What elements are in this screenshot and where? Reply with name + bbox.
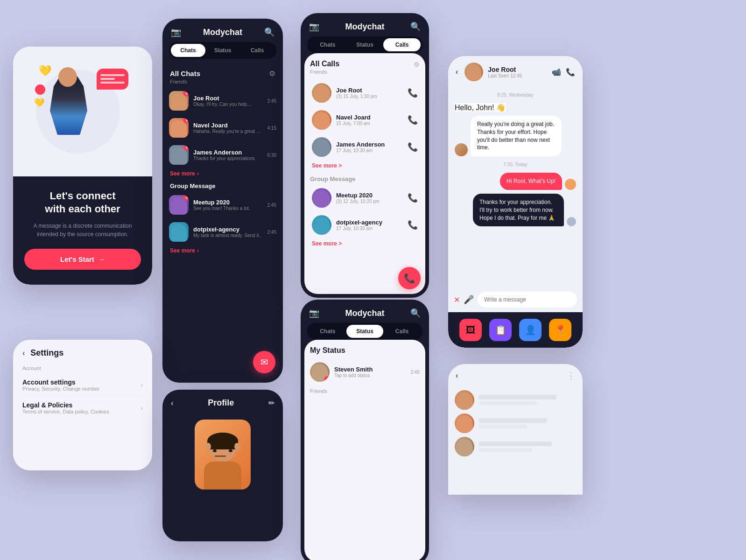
onboarding-bottom: Let's connect with each other A message …	[13, 176, 152, 285]
settings-title: Settings	[30, 348, 63, 358]
chat-messages-area: 8:25, Wednesday Hello, John! 👋 Really yo…	[448, 86, 583, 287]
msg-great-job: Really you're doing a great job. Thanks …	[471, 116, 562, 156]
camera-icon[interactable]: 📷	[171, 27, 181, 37]
sent-avatar-2	[567, 217, 576, 226]
status-tab-status[interactable]: Status	[346, 325, 384, 338]
status-tab-chats[interactable]: Chats	[309, 325, 346, 338]
profile-card: ‹ Profile ✏	[162, 390, 283, 541]
video-call-icon[interactable]: 📹	[552, 68, 561, 77]
call-info-meetup: Meetup 2020 (3) 12 July, 10:25 pm	[336, 192, 403, 204]
see-more-groups[interactable]: See more ›	[162, 245, 283, 258]
status-search-icon[interactable]: 🔍	[410, 308, 421, 318]
illustration-area: 💛 💛	[13, 47, 152, 176]
status-camera-icon[interactable]: 📷	[309, 308, 319, 318]
status-steven-info: Steven Smith Tap to add status	[334, 366, 406, 378]
chat-info-joe: Joe Root Okay, I'll try. Can you help...…	[193, 95, 263, 107]
clipboard-button[interactable]: 📋	[489, 319, 512, 341]
avatar-dotpixel	[169, 222, 189, 242]
calls-tab-chats[interactable]: Chats	[309, 38, 346, 51]
calls-tab-calls[interactable]: Calls	[383, 38, 421, 51]
chat-info-dotpixel: dotpixel-agency My task is almost ready.…	[193, 226, 263, 238]
friends-section-label: Friends	[162, 79, 283, 87]
settings-back-button[interactable]: ‹	[22, 349, 25, 357]
lets-start-button[interactable]: Let's Start →	[24, 249, 141, 270]
compose-fab[interactable]: ✉	[253, 351, 275, 373]
chat-item-james[interactable]: 1 James Anderson Thanks for your appreci…	[162, 141, 283, 168]
message-input[interactable]	[478, 292, 577, 308]
partial-row-3	[455, 437, 576, 456]
status-card: 📷 Modychat 🔍 Chats Status Calls My Statu…	[301, 300, 429, 560]
chat-item-navel[interactable]: 1 Navel Joard Hahaha. Really you're a gr…	[162, 114, 283, 141]
settings-card: ‹ Settings Account Account settings Priv…	[13, 340, 152, 470]
settings-item-account[interactable]: Account settings Privacy, Security, Chan…	[22, 374, 143, 397]
calls-camera-icon[interactable]: 📷	[309, 21, 319, 32]
voice-call-icon[interactable]: 📞	[566, 68, 575, 77]
call-avatar-joe	[312, 83, 331, 103]
profile-avatar	[195, 420, 251, 490]
call-item-joe[interactable]: Joe Root (3) 15 July, 1:30 pm 📞	[310, 79, 420, 106]
status-avatar-steven: +	[310, 362, 330, 382]
partial-back-button[interactable]: ‹	[456, 371, 458, 380]
my-status-title: My Status	[310, 346, 420, 355]
status-steven-name: Steven Smith	[334, 366, 406, 373]
detail-contact-status: Last Seen 12:45	[488, 73, 522, 78]
msg-date-today: 7:30, Today	[455, 162, 576, 167]
detail-back-button[interactable]: ‹	[456, 68, 458, 76]
partial-chat-card: ‹ ⋮	[448, 364, 583, 495]
partial-content	[448, 385, 583, 495]
chat-item-joe[interactable]: 2 Joe Root Okay, I'll try. Can you help.…	[162, 87, 283, 114]
contact-button[interactable]: 👤	[519, 319, 542, 341]
see-more-friends[interactable]: See more ›	[162, 168, 283, 181]
partial-row-2	[455, 413, 576, 433]
detail-bottom-bar: 🖼 📋 👤 📍	[448, 312, 583, 348]
msg-hello: Hello, John! 👋	[455, 103, 506, 112]
tab-chats[interactable]: Chats	[171, 44, 205, 57]
calls-see-more-groups[interactable]: See more >	[310, 238, 420, 251]
calls-tab-status[interactable]: Status	[346, 38, 384, 51]
location-button[interactable]: 📍	[549, 319, 571, 341]
avatar-meetup: 2	[169, 195, 189, 215]
onboarding-title: Let's connect with each other	[24, 189, 141, 216]
calls-body: All Calls ⚙ Friends Joe Root (3) 15 July…	[304, 53, 425, 294]
tab-status[interactable]: Status	[205, 44, 240, 57]
profile-edit-icon[interactable]: ✏	[268, 399, 274, 407]
close-icon[interactable]: ✕	[454, 295, 460, 304]
partial-avatar-2	[455, 413, 474, 433]
detail-header: ‹ Joe Root Last Seen 12:45 📹 📞	[448, 56, 583, 86]
chats-app-title: Modychat	[203, 28, 242, 37]
call-phone-meetup: 📞	[408, 193, 418, 203]
chat-item-meetup[interactable]: 2 Meetup 2020 See you man! Thanks a lot.…	[162, 191, 283, 218]
calls-app-title: Modychat	[345, 22, 384, 32]
calls-filter-icon[interactable]: ⚙	[414, 61, 420, 68]
call-fab[interactable]: 📞	[398, 267, 421, 289]
call-avatar-james	[312, 137, 331, 157]
chat-item-dotpixel[interactable]: dotpixel-agency My task is almost ready.…	[162, 218, 283, 245]
search-icon[interactable]: 🔍	[264, 27, 274, 37]
profile-header: ‹ Profile ✏	[162, 390, 283, 413]
status-tab-bar: Chats Status Calls	[307, 323, 422, 340]
calls-see-more-friends[interactable]: See more >	[310, 161, 420, 173]
profile-title: Profile	[173, 398, 268, 408]
settings-item-legal[interactable]: Legal & Policies Terms of service, Data …	[22, 397, 143, 419]
call-item-dotpixel[interactable]: dotpixel-agency 17 July, 10:30 am 📞	[310, 211, 420, 238]
status-header: 📷 Modychat 🔍	[301, 300, 429, 323]
detail-contact-info: Joe Root Last Seen 12:45	[488, 66, 522, 78]
microphone-icon[interactable]: 🎤	[464, 294, 474, 305]
call-item-meetup[interactable]: Meetup 2020 (3) 12 July, 10:25 pm 📞	[310, 184, 420, 211]
call-item-james[interactable]: James Anderson 17 July, 10:30 am 📞	[310, 133, 420, 161]
calls-search-icon[interactable]: 🔍	[410, 21, 421, 32]
partial-info-1	[479, 395, 576, 405]
call-info-navel: Navel Joard 15 July, 7:00 am	[336, 114, 403, 126]
status-tab-calls[interactable]: Calls	[383, 325, 421, 338]
tab-calls[interactable]: Calls	[240, 44, 274, 57]
gallery-button[interactable]: 🖼	[459, 319, 482, 341]
msg-hi-root: Hi Root, What's Up!	[500, 173, 562, 190]
partial-avatar-1	[455, 390, 474, 410]
avatar-james: 1	[169, 145, 189, 165]
status-item-steven[interactable]: + Steven Smith Tap to add status 2:45	[310, 359, 420, 385]
call-item-navel[interactable]: Navel Joard 15 July, 7:00 am 📞	[310, 106, 420, 133]
calls-card: 📷 Modychat 🔍 Chats Status Calls All Call…	[301, 13, 429, 298]
partial-menu-icon[interactable]: ⋮	[567, 371, 575, 381]
filter-icon[interactable]: ⚙	[269, 69, 275, 78]
call-phone-james-missed: 📞	[408, 142, 418, 152]
